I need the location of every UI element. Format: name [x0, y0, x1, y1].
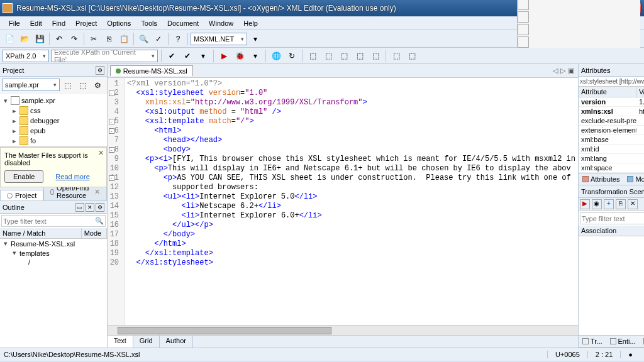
- config-icon[interactable]: ▾: [248, 49, 262, 63]
- xpath-toolbar: XPath 2.0 Execute XPath on 'Current File…: [0, 48, 644, 64]
- code-editor[interactable]: 1-234-5-67-8910-11121314151617181920 <?x…: [108, 78, 578, 325]
- tree-item[interactable]: ▸epub: [3, 126, 104, 136]
- outline-filter-input[interactable]: [3, 217, 95, 225]
- outline-close-icon[interactable]: ✕: [86, 203, 94, 212]
- copy-icon[interactable]: ⎘: [102, 32, 116, 46]
- col-mode[interactable]: Mode: [82, 228, 107, 238]
- tool-icon-5[interactable]: ⬚: [369, 49, 382, 63]
- debug-icon[interactable]: 🐞: [233, 49, 247, 63]
- tool-icon-1[interactable]: ⬚: [306, 49, 319, 63]
- save-icon[interactable]: 💾: [33, 32, 47, 46]
- project-combo[interactable]: sample.xpr: [2, 79, 60, 91]
- perspective-icon-1[interactable]: [518, 0, 529, 10]
- mode-text[interactable]: Text: [108, 336, 133, 348]
- attr-row[interactable]: xmlns:xslhttp://www.w3.org/...: [579, 107, 644, 116]
- editor-tab[interactable]: Resume-MS-XSL.xsl: [110, 65, 193, 76]
- tool-icon-7[interactable]: ⬚: [405, 49, 419, 63]
- tab-model[interactable]: Model: [623, 173, 644, 185]
- enable-button[interactable]: Enable: [4, 170, 43, 183]
- outline-min-icon[interactable]: ▭: [75, 203, 84, 212]
- tree-item[interactable]: ▾sample.xpr: [3, 96, 104, 106]
- tab-max-icon[interactable]: ▣: [568, 67, 574, 75]
- attr-row[interactable]: xml:base: [579, 135, 644, 145]
- perspective-icon-2[interactable]: [518, 11, 529, 23]
- attr-row[interactable]: xml:id: [579, 145, 644, 154]
- tree-item[interactable]: ▸fo: [3, 136, 104, 146]
- attr-row[interactable]: xml:space: [579, 163, 644, 173]
- attr-col-value[interactable]: Value: [636, 87, 644, 97]
- refresh-icon[interactable]: ↻: [285, 49, 299, 63]
- run-icon[interactable]: ▶: [217, 49, 231, 63]
- read-more-link[interactable]: Read more: [55, 173, 89, 180]
- project-tree[interactable]: ▾sample.xpr▸css▸debugger▸epub▸fo▸import: [0, 94, 107, 147]
- proj-btn-2[interactable]: ⬚: [76, 79, 90, 92]
- panel-gear-icon[interactable]: ⚙: [96, 66, 104, 75]
- trans-debug-icon[interactable]: ◉: [592, 199, 602, 209]
- trans-filter-input[interactable]: [582, 214, 644, 222]
- col-name[interactable]: Name / Match: [0, 228, 82, 238]
- engine-combo[interactable]: MSXML.NET: [191, 33, 247, 45]
- bottom-tab[interactable]: El...: [640, 336, 644, 347]
- paste-icon[interactable]: 📋: [117, 32, 131, 46]
- menu-project[interactable]: Project: [70, 18, 102, 29]
- menu-find[interactable]: Find: [47, 18, 70, 29]
- bottom-tab[interactable]: Enti...: [606, 336, 640, 347]
- nav-right-icon[interactable]: ▷: [560, 67, 565, 75]
- outline-item[interactable]: ▾templates: [0, 248, 107, 258]
- cut-icon[interactable]: ✂: [87, 32, 101, 46]
- attr-row[interactable]: exclude-result-prefixes: [579, 116, 644, 126]
- undo-icon[interactable]: ↶: [52, 32, 66, 46]
- tree-item[interactable]: ▸debugger: [3, 116, 104, 126]
- search-icon[interactable]: 🔍: [95, 217, 104, 225]
- nav-left-icon[interactable]: ◁: [553, 67, 558, 75]
- xpath-version-combo[interactable]: XPath 2.0: [3, 50, 49, 62]
- menu-document[interactable]: Document: [162, 18, 204, 29]
- attr-row[interactable]: extension-element-p...: [579, 126, 644, 135]
- redo-icon[interactable]: ↷: [67, 32, 81, 46]
- proj-btn-1[interactable]: ⬚: [61, 79, 75, 92]
- trans-run-icon[interactable]: ▶: [580, 199, 590, 209]
- help-icon[interactable]: ?: [171, 32, 185, 46]
- xpath-input[interactable]: Execute XPath on 'Current File': [51, 50, 158, 62]
- tool-icon-4[interactable]: ⬚: [353, 49, 367, 63]
- notice-close-icon[interactable]: ✕: [98, 149, 104, 157]
- tool-icon-2[interactable]: ⬚: [321, 49, 335, 63]
- attr-row[interactable]: xml:lang: [579, 154, 644, 163]
- tab-attributes[interactable]: Attributes: [579, 173, 623, 185]
- mode-grid[interactable]: Grid: [133, 336, 160, 348]
- attr-col-name[interactable]: Attribute: [579, 87, 636, 97]
- trans-dup-icon[interactable]: ⎘: [616, 199, 626, 209]
- new-icon[interactable]: 📄: [3, 32, 16, 46]
- find-icon[interactable]: 🔍: [136, 32, 150, 46]
- open-icon[interactable]: 📂: [18, 32, 31, 46]
- menu-options[interactable]: Options: [102, 18, 136, 29]
- outline-gear-icon[interactable]: ⚙: [96, 203, 104, 212]
- wellformed-icon[interactable]: ✔: [180, 49, 194, 63]
- browser-icon[interactable]: 🌐: [269, 49, 283, 63]
- menu-window[interactable]: Window: [204, 18, 238, 29]
- check-icon[interactable]: ▾: [196, 49, 210, 63]
- proj-settings-icon[interactable]: ⚙: [91, 79, 105, 92]
- dropdown-icon[interactable]: ▾: [248, 32, 262, 46]
- trans-add-icon[interactable]: +: [604, 199, 614, 209]
- tree-item[interactable]: ▸css: [3, 106, 104, 116]
- spell-icon[interactable]: ✓: [152, 32, 165, 46]
- tool-icon-3[interactable]: ⬚: [337, 49, 351, 63]
- menu-help[interactable]: Help: [238, 18, 263, 29]
- menu-tools[interactable]: Tools: [136, 18, 162, 29]
- perspective-icon-3[interactable]: [518, 24, 529, 35]
- attr-row[interactable]: version1.0: [579, 97, 644, 107]
- perspective-icon-4[interactable]: [518, 36, 529, 48]
- tab-project[interactable]: Project: [0, 190, 43, 200]
- menu-file[interactable]: File: [4, 18, 25, 29]
- menu-edit[interactable]: Edit: [25, 18, 47, 29]
- mode-author[interactable]: Author: [160, 336, 193, 348]
- outline-item[interactable]: /: [0, 258, 107, 266]
- trans-del-icon[interactable]: ✕: [628, 199, 638, 209]
- outline-item[interactable]: ▾Resume-MS-XSL.xsl: [0, 239, 107, 248]
- validate-icon[interactable]: ✔: [165, 49, 179, 63]
- trans-col-assoc[interactable]: Association: [579, 226, 644, 236]
- tool-icon-6[interactable]: ⬚: [389, 49, 403, 63]
- bottom-tab[interactable]: Tr...: [579, 336, 606, 347]
- h-scrollbar[interactable]: [108, 325, 578, 335]
